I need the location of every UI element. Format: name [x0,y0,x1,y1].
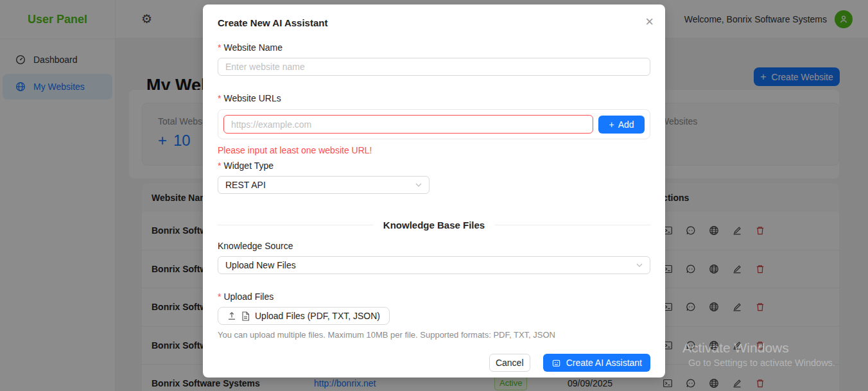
create-ai-assistant-modal: Create New AI Assistant × * Website Name… [203,4,665,378]
website-name-input[interactable] [218,58,650,76]
upload-hint: You can upload multiple files. Maximum 1… [218,330,650,340]
modal-footer: Cancel Create AI Assistant [218,354,650,372]
create-ai-assistant-button[interactable]: Create AI Assistant [543,354,650,372]
required-asterisk: * [218,161,221,171]
robot-icon [551,358,561,368]
close-icon[interactable]: × [645,15,654,29]
knowledge-source-label: Knowledge Source [218,241,650,251]
widget-type-label: * Widget Type [218,161,650,171]
website-name-label: * Website Name [218,42,650,53]
divider-line [495,225,650,225]
knowledge-source-select[interactable]: Upload New Files [218,256,650,274]
website-urls-label: * Website URLs [218,93,650,103]
divider-title: Knowledge Base Files [383,220,485,230]
required-asterisk: * [218,42,221,53]
file-icon [241,311,250,321]
modal-title: Create New AI Assistant [218,17,650,28]
divider-line [218,225,373,225]
required-asterisk: * [218,291,221,302]
add-url-button[interactable]: + Add [598,116,645,134]
cancel-button[interactable]: Cancel [489,354,530,372]
chevron-down-icon [415,183,422,187]
upload-files-button[interactable]: Upload Files (PDF, TXT, JSON) [218,307,390,325]
chevron-down-icon [636,263,643,267]
widget-type-select[interactable]: REST API [218,176,430,194]
url-error-message: Please input at least one website URL! [218,145,650,155]
plus-icon: + [609,119,614,130]
required-asterisk: * [218,93,221,103]
upload-files-label: * Upload Files [218,291,650,302]
knowledge-base-divider: Knowledge Base Files [218,220,650,230]
website-url-input[interactable] [223,115,593,134]
upload-icon [227,311,236,320]
website-url-group: + Add [218,109,650,139]
